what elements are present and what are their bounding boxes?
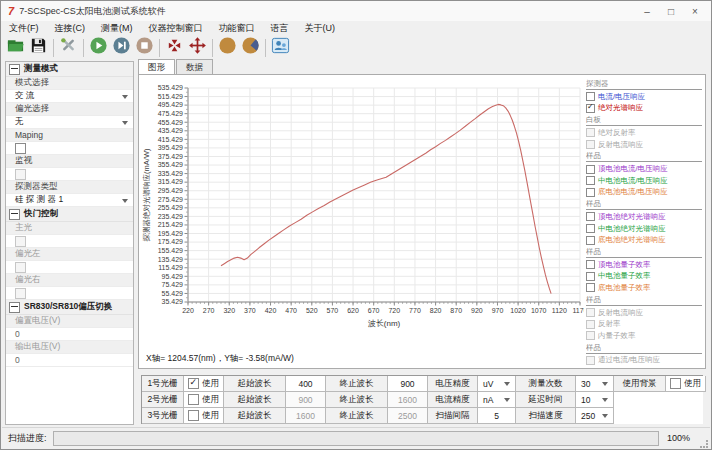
checkbox-icon[interactable] [586,104,595,113]
collapse-icon[interactable] [9,64,20,75]
cell-dropdown[interactable]: nA [478,392,516,408]
tools-button[interactable] [58,38,79,58]
maximize-button[interactable]: □ [659,6,683,17]
checkbox-icon[interactable] [586,176,595,185]
resize-grip[interactable] [700,440,708,448]
dropdown-value: 无 [15,116,24,128]
cell-checkbox[interactable]: 使用 [184,408,224,424]
checkbox-icon [586,140,595,149]
measure-option[interactable]: 绝对光谱响应 [586,103,702,115]
title-bar: 7 7-SCSpec-CS太阳电池测试系统软件 – □ × [1,1,711,22]
checkbox-icon[interactable] [670,378,681,389]
measure-option[interactable]: 中电池电流/电压响应 [586,175,702,187]
measure-option[interactable]: 底电池电流/电压响应 [586,187,702,199]
collapse-icon[interactable] [9,209,20,220]
cell-text: 3号光栅 [147,410,177,422]
collapse-arrows-button[interactable] [164,38,185,58]
cell-dropdown[interactable]: 250 [576,408,614,424]
svg-text:375.429: 375.429 [158,153,183,160]
cell-value[interactable]: 900 [286,392,326,408]
section-title: 快门控制 [24,208,58,220]
measure-option[interactable]: 顶电池量子效率 [586,259,702,271]
cell-value[interactable]: 1600 [388,392,428,408]
cell-text: 900 [400,379,414,389]
detector-type-label: 探测器类型 [6,181,133,194]
cell-text: 1600 [296,411,315,421]
checkbox-icon[interactable] [586,260,595,269]
checkbox-icon[interactable] [15,143,26,154]
tab-graph[interactable]: 图形 [138,59,175,74]
pie-chart-button[interactable] [240,38,261,58]
measure-group-title: 样品 [586,198,702,210]
cell-dropdown[interactable]: 30 [576,376,614,392]
checkbox-icon[interactable] [586,92,595,101]
checkbox-icon[interactable] [188,378,199,389]
measure-option[interactable]: 中电池量子效率 [586,271,702,283]
checkbox-icon[interactable] [586,224,595,233]
monitor-label: 监视 [6,155,133,168]
section-header-sr830-bias[interactable]: SR830/SR810偏压切换 [6,300,133,315]
checkbox-icon[interactable] [586,236,595,245]
measure-option[interactable]: 底电池绝对光谱响应 [586,234,702,246]
cell-label: 扫描速度 [516,408,576,424]
menu-item-file[interactable]: 文件(F) [1,22,47,35]
section-title: 测量模式 [24,63,58,75]
section-header-measure-mode[interactable]: 测量模式 [6,62,133,77]
cell-label: 延迟时间 [516,392,576,408]
tab-data[interactable]: 数据 [176,59,213,74]
checkbox-icon[interactable] [188,394,199,405]
cell-text: uV [483,379,493,389]
measure-option[interactable]: 电流/电压响应 [586,91,702,103]
cell-value[interactable]: 5 [478,408,516,424]
cell-checkbox[interactable]: 使用 [184,376,224,392]
menu-item-language[interactable]: 语言 [263,22,297,35]
measure-option[interactable]: 顶电池电流/电压响应 [586,163,702,175]
cell-value[interactable]: 2500 [388,408,428,424]
cell-value[interactable]: 400 [286,376,326,392]
menu-item-about[interactable]: 关于(U) [297,22,344,35]
status-bar: 扫描进度: 100% [2,427,710,448]
play-button[interactable] [88,38,109,58]
cell-checkbox[interactable]: 使用 [184,392,224,408]
menu-item-measure[interactable]: 测量(M) [93,22,141,35]
stop-button[interactable] [134,38,155,58]
close-button[interactable]: × [683,6,707,17]
chevron-down-icon [122,95,128,99]
cell-value[interactable]: 1600 [286,408,326,424]
move-arrows-button[interactable] [187,38,208,58]
measure-circle-button[interactable] [217,38,238,58]
menu-item-connect[interactable]: 连接(C) [47,22,94,35]
open-folder-button[interactable] [5,38,26,58]
graph-panel: 35.42955.42975.42995.429115.429135.42915… [138,74,706,369]
detector-type-dropdown[interactable]: 硅 探 测 器 1 [6,194,133,207]
toolbar-separator [212,39,213,57]
mode-select-dropdown[interactable]: 交 流 [6,90,133,103]
menu-item-instrument-window[interactable]: 仪器控制窗口 [141,22,211,35]
checkbox-icon[interactable] [586,165,595,174]
output-voltage-input[interactable]: 0 [6,354,133,367]
checkbox-icon[interactable] [188,410,199,421]
checkbox-icon[interactable] [586,212,595,221]
maping-checkbox[interactable] [6,142,133,155]
checkbox-icon[interactable] [586,188,595,197]
user-button[interactable] [270,38,291,58]
measure-option[interactable]: 顶电池绝对光谱响应 [586,211,702,223]
checkbox-icon[interactable] [586,283,595,292]
checkbox-icon[interactable] [586,272,595,281]
bias-light-select-dropdown[interactable]: 无 [6,116,133,129]
svg-text:75.429: 75.429 [162,281,184,288]
save-button[interactable] [28,38,49,58]
minimize-button[interactable]: – [635,6,659,17]
step-forward-button[interactable] [111,38,132,58]
collapse-icon[interactable] [9,302,20,313]
bias-voltage-input[interactable]: 0 [6,328,133,341]
menu-item-function-window[interactable]: 功能窗口 [211,22,263,35]
measure-option[interactable]: 底电池量子效率 [586,282,702,294]
measure-option[interactable]: 中电池绝对光谱响应 [586,223,702,235]
svg-text:270: 270 [203,307,215,314]
cell-value[interactable]: 900 [388,376,428,392]
section-header-shutter-control[interactable]: 快门控制 [6,207,133,222]
cell-checkbox[interactable]: 使用 [666,376,706,392]
cell-dropdown[interactable]: uV [478,376,516,392]
cell-dropdown[interactable]: 10 [576,392,614,408]
